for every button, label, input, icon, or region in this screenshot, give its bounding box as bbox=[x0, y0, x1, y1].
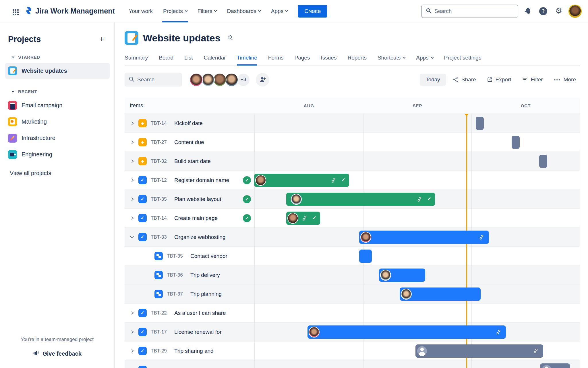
board-search-input[interactable] bbox=[137, 76, 178, 83]
gantt-bar-row-12[interactable] bbox=[307, 325, 506, 339]
row-item[interactable]: ✓TBT-12Register domain name bbox=[125, 171, 254, 189]
today-button[interactable]: Today bbox=[420, 74, 446, 86]
tab-label: Project settings bbox=[444, 55, 481, 61]
help-icon[interactable]: ? bbox=[537, 5, 549, 17]
user-avatar[interactable] bbox=[568, 5, 582, 18]
share-button[interactable]: Share bbox=[449, 74, 480, 86]
sidebar-group-header[interactable]: RECENT bbox=[8, 89, 107, 94]
row-item[interactable]: TBT-36Trip delivery bbox=[125, 266, 254, 284]
row-item[interactable]: ✓TBT-33Organize webhosting bbox=[125, 228, 254, 246]
tab-timeline[interactable]: Timeline bbox=[237, 52, 257, 66]
tab-shortcuts[interactable]: Shortcuts bbox=[378, 52, 405, 66]
tab-forms[interactable]: Forms bbox=[268, 52, 284, 66]
chevron-right-icon[interactable] bbox=[129, 198, 135, 200]
tab-issues[interactable]: Issues bbox=[321, 52, 336, 66]
chevron-right-icon[interactable] bbox=[129, 350, 135, 352]
chevron-right-icon[interactable] bbox=[129, 312, 135, 314]
row-item[interactable]: ✓TBT-27This is an item that bbox=[125, 361, 254, 368]
more-button[interactable]: ⋯ More bbox=[550, 74, 580, 86]
gantt-bar-row-9[interactable] bbox=[379, 269, 425, 282]
sidebar-group-starred: STARREDWebsite updates bbox=[8, 55, 107, 79]
avatar[interactable] bbox=[201, 73, 215, 87]
gantt-bar-row-13[interactable] bbox=[415, 344, 543, 358]
tab-reports[interactable]: Reports bbox=[347, 52, 367, 66]
tab-board[interactable]: Board bbox=[159, 52, 173, 66]
row-item[interactable]: TBT-37Trip planning bbox=[125, 285, 254, 303]
chevron-down-icon[interactable] bbox=[129, 236, 135, 238]
topnav-item-label: Your work bbox=[129, 8, 153, 14]
issue-key: TBT-32 bbox=[151, 158, 170, 164]
gantt-bar-row-10[interactable] bbox=[400, 288, 481, 301]
milestone-marker-bar-row-3[interactable] bbox=[539, 155, 547, 168]
gantt-bar-row-4[interactable]: ✓ bbox=[254, 174, 349, 187]
export-button[interactable]: Export bbox=[483, 74, 515, 86]
row-item[interactable]: ✓TBT-14Create main page bbox=[125, 209, 254, 227]
topnav-item-your-work[interactable]: Your work bbox=[125, 0, 157, 22]
row-item[interactable]: ✓TBT-22As a user I can share bbox=[125, 304, 254, 322]
add-project-button[interactable]: + bbox=[96, 34, 107, 44]
chevron-right-icon[interactable] bbox=[129, 331, 135, 333]
chevron-right-icon[interactable] bbox=[129, 160, 135, 162]
topnav-item-projects[interactable]: Projects bbox=[159, 0, 191, 22]
done-status-icon: ✓ bbox=[243, 214, 251, 222]
milestone-marker-bar-row-2[interactable] bbox=[512, 136, 520, 149]
gantt-bar-row-6[interactable]: ✓ bbox=[286, 212, 320, 225]
avatar[interactable] bbox=[225, 73, 238, 87]
sidebar-item-marketing[interactable]: Marketing bbox=[5, 114, 110, 130]
topnav-item-dashboards[interactable]: Dashboards bbox=[223, 0, 264, 22]
view-all-projects-link[interactable]: View all projects bbox=[8, 170, 107, 177]
settings-gear-icon[interactable]: ⚙ bbox=[553, 5, 564, 17]
gantt-bar-row-8[interactable] bbox=[359, 250, 372, 263]
notifications-bell-icon[interactable] bbox=[522, 5, 533, 17]
create-button[interactable]: Create bbox=[298, 5, 327, 18]
add-people-button[interactable] bbox=[256, 73, 269, 87]
tab-pages[interactable]: Pages bbox=[295, 52, 310, 66]
sidebar-group-header[interactable]: STARRED bbox=[8, 55, 107, 60]
gantt-bar-row-7[interactable] bbox=[359, 231, 489, 244]
row-item[interactable]: ◆TBT-27Content due bbox=[125, 133, 254, 152]
sidebar-item-infrastructure[interactable]: Infrastructure bbox=[5, 130, 110, 146]
sidebar-item-website-updates[interactable]: Website updates bbox=[5, 63, 110, 79]
avatar-overflow-badge[interactable]: +3 bbox=[237, 73, 250, 87]
timeline-toolbar: +3 Today Share Export Filter ⋯ More bbox=[125, 72, 580, 87]
row-item[interactable]: ◆TBT-32Build start date bbox=[125, 152, 254, 170]
avatar[interactable] bbox=[189, 73, 203, 87]
sidebar-item-engineering[interactable]: Engineering bbox=[5, 147, 110, 162]
row-item[interactable]: ✓TBT-35Plan website layout bbox=[125, 190, 254, 208]
chevron-right-icon[interactable] bbox=[129, 122, 135, 124]
tab-calendar[interactable]: Calendar bbox=[204, 52, 226, 66]
gantt-bar-row-14[interactable] bbox=[540, 363, 570, 368]
timeline-row: ✓TBT-14Create main page✓ bbox=[125, 209, 580, 228]
assignee-avatar bbox=[360, 232, 371, 243]
tab-summary[interactable]: Summary bbox=[125, 52, 148, 66]
sidebar-item-email-campaign[interactable]: Email campaign bbox=[5, 97, 110, 113]
tab-label: Board bbox=[159, 55, 173, 61]
tab-apps[interactable]: Apps bbox=[416, 52, 433, 66]
global-search-input[interactable] bbox=[434, 8, 514, 14]
topnav-item-apps[interactable]: Apps bbox=[267, 0, 292, 22]
chevron-right-icon[interactable] bbox=[129, 217, 135, 219]
tab-project-settings[interactable]: Project settings bbox=[444, 52, 481, 66]
chevron-right-icon[interactable] bbox=[129, 179, 135, 181]
row-item[interactable]: ✓TBT-29Trip sharing and bbox=[125, 342, 254, 360]
row-item[interactable]: ◆TBT-14Kickoff date bbox=[125, 114, 254, 133]
global-search[interactable] bbox=[421, 5, 518, 18]
row-item[interactable]: TBT-35Contact vendor bbox=[125, 247, 254, 265]
app-switcher-icon[interactable] bbox=[6, 5, 18, 17]
give-feedback-button[interactable]: Give feedback bbox=[33, 350, 82, 358]
sidebar-item-label: Engineering bbox=[22, 151, 52, 158]
gantt-bar-row-5[interactable]: ✓ bbox=[286, 193, 435, 206]
topnav-item-filters[interactable]: Filters bbox=[194, 0, 221, 22]
tab-list[interactable]: List bbox=[184, 52, 193, 66]
issue-summary: This is an item that bbox=[174, 367, 220, 368]
filter-button[interactable]: Filter bbox=[518, 74, 547, 86]
month-label-aug: AUG bbox=[304, 103, 314, 108]
avatar[interactable] bbox=[213, 73, 227, 87]
page-header: Website updates bbox=[125, 31, 233, 45]
board-search[interactable] bbox=[125, 73, 182, 87]
row-item[interactable]: ✓TBT-17License renewal for bbox=[125, 323, 254, 341]
milestone-marker-bar-row-1[interactable] bbox=[476, 117, 484, 130]
chevron-right-icon[interactable] bbox=[129, 141, 135, 143]
jira-brand[interactable]: Jira Work Management bbox=[23, 6, 115, 16]
rename-pen-icon[interactable] bbox=[227, 34, 233, 42]
